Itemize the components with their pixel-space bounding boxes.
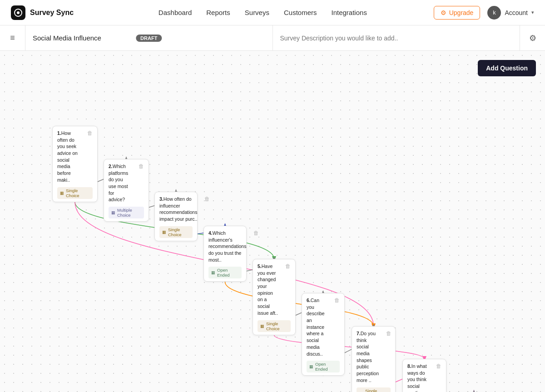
- chevron-down-icon: ▾: [531, 10, 534, 15]
- delete-card-icon[interactable]: 🗑: [334, 297, 340, 303]
- card-header: 4.Which influencer's recommendations do …: [208, 230, 242, 263]
- app-name: Survey Sync: [30, 9, 74, 17]
- delete-card-icon[interactable]: 🗑: [87, 130, 93, 136]
- card-text: 4.Which influencer's recommendations do …: [208, 230, 253, 263]
- card-type-badge: ▦ Single Choice: [357, 387, 391, 392]
- settings-icon: ⚙: [529, 33, 536, 43]
- card-text: 6.Can you describe an instance where a s…: [307, 297, 334, 357]
- card-header: 5.Have you ever changed your opinion on …: [258, 263, 291, 317]
- delete-card-icon[interactable]: 🗑: [386, 330, 391, 337]
- logo-icon: [11, 5, 25, 20]
- nav-reports[interactable]: Reports: [206, 9, 230, 16]
- survey-title: Social Media Influence: [33, 34, 101, 42]
- upgrade-label: Upgrade: [449, 9, 474, 16]
- question-card-q2: 2.Which platforms do you use most for ad…: [104, 159, 149, 222]
- delete-card-icon[interactable]: 🗑: [436, 363, 441, 369]
- question-card-q5: 5.Have you ever changed your opinion on …: [253, 259, 296, 335]
- upgrade-button[interactable]: ⚙ Upgrade: [434, 6, 481, 20]
- card-text: 2.Which platforms do you use most for ad…: [109, 163, 139, 203]
- question-card-q8: 8.In what ways do you think social media…: [402, 359, 446, 392]
- nav-integrations[interactable]: Integrations: [332, 9, 367, 16]
- connector-svg: [0, 51, 545, 392]
- toolbar-description-area[interactable]: [272, 25, 520, 50]
- canvas-inner: Add Question 1.How often do you seek adv…: [0, 51, 545, 392]
- card-header: 7.Do you think social media shapes publi…: [357, 330, 391, 384]
- card-text: 3.How often do influencer recommendation…: [159, 196, 204, 223]
- canvas-area: Add Question 1.How often do you seek adv…: [0, 51, 545, 392]
- question-card-q3: 3.How often do influencer recommendation…: [154, 192, 198, 241]
- type-icon: ▦: [211, 270, 215, 275]
- card-type-badge: ▦ Open Ended: [208, 267, 242, 278]
- question-card-q6: 6.Can you describe an instance where a s…: [302, 293, 345, 376]
- nav-links: Dashboard Reports Surveys Customers Inte…: [92, 9, 434, 16]
- card-text: 8.In what ways do you think social media…: [407, 363, 436, 392]
- delete-card-icon[interactable]: 🗑: [139, 163, 144, 169]
- settings-button[interactable]: ⚙: [520, 25, 545, 50]
- account-avatar: k: [487, 6, 501, 20]
- app-logo[interactable]: Survey Sync: [11, 5, 74, 20]
- nav-surveys[interactable]: Surveys: [245, 9, 269, 16]
- account-label: Account: [505, 9, 528, 16]
- card-text: 5.Have you ever changed your opinion on …: [258, 263, 285, 317]
- delete-card-icon[interactable]: 🗑: [204, 196, 210, 202]
- delete-card-icon[interactable]: 🗑: [253, 230, 259, 236]
- card-type-badge: ▦ Single Choice: [258, 320, 291, 332]
- type-icon: ▦: [162, 230, 166, 234]
- upgrade-icon: ⚙: [441, 9, 446, 16]
- card-type-badge: ▦ Open Ended: [307, 361, 340, 372]
- card-type-badge: ▦ Multiple Choice: [109, 207, 144, 218]
- card-header: 6.Can you describe an instance where a s…: [307, 297, 340, 357]
- card-text: 7.Do you think social media shapes publi…: [357, 330, 386, 384]
- type-icon: ▦: [309, 364, 313, 369]
- card-header: 8.In what ways do you think social media…: [407, 363, 441, 392]
- add-question-label: Add Question: [486, 65, 528, 72]
- description-input[interactable]: [280, 35, 513, 42]
- nav-dashboard[interactable]: Dashboard: [159, 9, 192, 16]
- card-type-badge: ▦ Single Choice: [159, 226, 193, 238]
- nav-customers[interactable]: Customers: [284, 9, 317, 16]
- type-icon: ▦: [111, 210, 115, 215]
- draft-badge: DRAFT: [136, 35, 162, 42]
- type-icon: ▦: [60, 191, 64, 195]
- question-card-q4: 4.Which influencer's recommendations do …: [203, 226, 247, 282]
- hamburger-icon: ≡: [10, 33, 15, 43]
- add-question-button[interactable]: Add Question: [478, 60, 536, 76]
- account-area[interactable]: k Account ▾: [487, 6, 534, 20]
- card-header: 3.How often do influencer recommendation…: [159, 196, 193, 223]
- delete-card-icon[interactable]: 🗑: [285, 263, 291, 269]
- toolbar-title-area: Social Media Influence DRAFT: [25, 25, 272, 50]
- card-text: 1.How often do you seek advice on social…: [57, 130, 87, 184]
- nav-right: ⚙ Upgrade k Account ▾: [434, 6, 534, 20]
- svg-point-1: [17, 11, 20, 14]
- type-icon: ▦: [260, 324, 264, 328]
- card-header: 2.Which platforms do you use most for ad…: [109, 163, 144, 203]
- toolbar-bar: ≡ Social Media Influence DRAFT ⚙: [0, 25, 545, 51]
- card-type-badge: ▦ Single Choice: [57, 187, 93, 199]
- question-card-q7: 7.Do you think social media shapes publi…: [352, 326, 396, 392]
- menu-button[interactable]: ≡: [0, 25, 25, 50]
- question-card-q1: 1.How often do you seek advice on social…: [52, 126, 98, 202]
- card-header: 1.How often do you seek advice on social…: [57, 130, 93, 184]
